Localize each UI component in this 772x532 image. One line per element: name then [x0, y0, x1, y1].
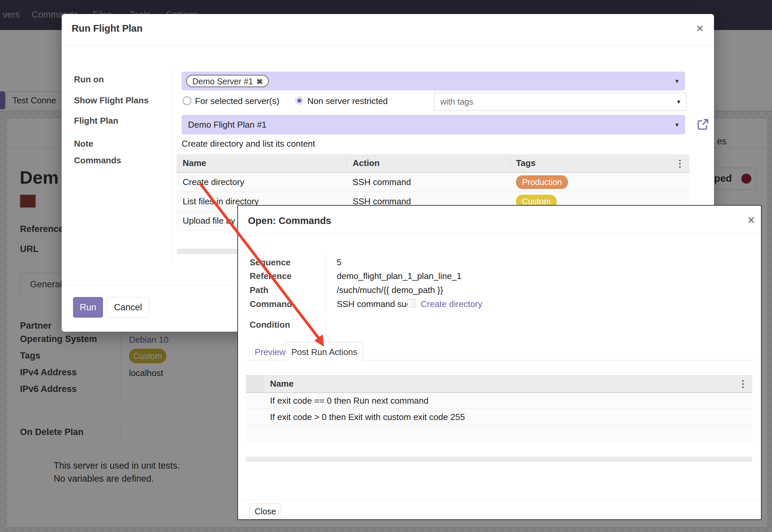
- radio-for-selected-servers-label[interactable]: For selected server(s): [195, 96, 279, 106]
- server-chip[interactable]: Demo Server #1✖: [186, 75, 269, 87]
- path-value: /such/much/{{ demo_path }}: [337, 285, 443, 295]
- chevron-down-icon: ▾: [675, 121, 679, 129]
- col-header-action[interactable]: Action: [347, 154, 510, 172]
- run-button[interactable]: Run: [73, 297, 103, 318]
- cmd-reference-value: demo_flight_plan_1_plan_line_1: [337, 271, 461, 281]
- radio-for-selected-servers[interactable]: [183, 96, 191, 105]
- tab-preview[interactable]: Preview: [255, 347, 285, 357]
- close-button[interactable]: Close: [250, 503, 281, 519]
- cmd-modal-title: Open: Commands: [248, 215, 331, 226]
- run-modal-close-icon[interactable]: ✕: [696, 23, 704, 34]
- table-options-kebab-icon[interactable]: ⋮: [738, 378, 748, 389]
- path-label: Path: [250, 285, 268, 295]
- tag-production-badge: Production: [516, 175, 568, 189]
- server-chip-label: Demo Server #1: [192, 77, 253, 86]
- run-modal-header-divider: [62, 46, 714, 46]
- chevron-down-icon: ▾: [675, 77, 679, 85]
- cmd-modal-close-icon[interactable]: ✕: [747, 214, 755, 226]
- run-on-select[interactable]: Demo Server #1✖ ▾: [182, 72, 685, 90]
- post-run-row-2[interactable]: If exit code > 0 then Exit with custom e…: [246, 409, 752, 425]
- tab-post-run-actions[interactable]: Post Run Actions: [286, 342, 363, 360]
- post-run-row-name: If exit code > 0 then Exit with custom e…: [264, 409, 752, 425]
- row-handle[interactable]: [246, 409, 264, 425]
- col-header-tags[interactable]: Tags⋮: [510, 154, 689, 172]
- show-flight-plans-label: Show Flight Plans: [74, 95, 149, 106]
- horizontal-scrollbar[interactable]: [246, 457, 752, 462]
- cancel-button[interactable]: Cancel: [107, 297, 149, 318]
- col-header-name-label: Name: [270, 379, 294, 389]
- command-link[interactable]: Create directory: [421, 299, 482, 309]
- run-modal-title: Run Flight Plan: [72, 23, 143, 34]
- cmd-reference-label: Reference: [250, 271, 292, 281]
- radio-non-server-restricted[interactable]: [295, 96, 304, 105]
- modal-label-divider: [172, 72, 172, 263]
- post-run-actions-table: Name⋮ If exit code == 0 then Run next co…: [246, 375, 752, 441]
- flight-plan-select[interactable]: Demo Flight Plan #1 ▾: [182, 115, 685, 134]
- col-header-name[interactable]: Name⋮: [264, 375, 752, 392]
- row-handle[interactable]: [246, 393, 264, 409]
- handle-column-header: [246, 375, 264, 392]
- sudo-checkbox[interactable]: [407, 299, 416, 308]
- radio-non-server-restricted-label[interactable]: Non server restricted: [307, 96, 388, 106]
- post-run-table-header: Name⋮: [246, 375, 752, 393]
- command-row-action: SSH command: [347, 173, 510, 192]
- sequence-value: 5: [337, 257, 341, 268]
- command-row-tag: Production: [510, 173, 689, 192]
- col-header-name[interactable]: Name: [177, 154, 347, 172]
- post-run-row-empty[interactable]: [246, 425, 752, 441]
- cmd-label-divider-2: [326, 316, 326, 336]
- external-link-icon[interactable]: [696, 118, 709, 131]
- note-value: Create directory and list its content: [182, 139, 315, 149]
- table-options-kebab-icon[interactable]: ⋮: [675, 158, 685, 169]
- note-label: Note: [74, 139, 93, 149]
- commands-label: Commands: [74, 155, 121, 166]
- flight-plan-value: Demo Flight Plan #1: [188, 120, 267, 130]
- cmd-modal-header-divider: [238, 233, 761, 233]
- command-row-1[interactable]: Create directory SSH command Production: [177, 173, 689, 192]
- with-tags-select[interactable]: with tags ▾: [434, 93, 687, 111]
- flight-plan-label: Flight Plan: [74, 116, 118, 126]
- run-on-label: Run on: [74, 74, 104, 85]
- chip-remove-icon[interactable]: ✖: [256, 77, 263, 86]
- with-tags-value: with tags: [440, 97, 473, 107]
- tab-post-run-actions-label: Post Run Actions: [286, 347, 363, 357]
- post-run-row-name: [264, 425, 752, 441]
- commands-table-header: Name Action Tags⋮: [177, 154, 689, 173]
- sequence-label: Sequence: [250, 257, 291, 268]
- post-run-row-1[interactable]: If exit code == 0 then Run next command: [246, 393, 752, 409]
- post-run-row-name: If exit code == 0 then Run next command: [264, 393, 752, 409]
- command-row-name: Create directory: [177, 173, 347, 192]
- command-label: Command: [250, 299, 292, 309]
- row-handle: [246, 425, 264, 441]
- chevron-down-icon: ▾: [677, 98, 680, 106]
- cmd-label-divider: [326, 252, 326, 312]
- cmd-modal-footer-divider: [238, 500, 761, 500]
- open-commands-modal: Open: Commands ✕ Sequence Reference Path…: [237, 205, 762, 520]
- col-header-tags-label: Tags: [516, 158, 536, 168]
- command-value: SSH command sudo: [337, 299, 416, 309]
- condition-label: Condition: [250, 320, 290, 330]
